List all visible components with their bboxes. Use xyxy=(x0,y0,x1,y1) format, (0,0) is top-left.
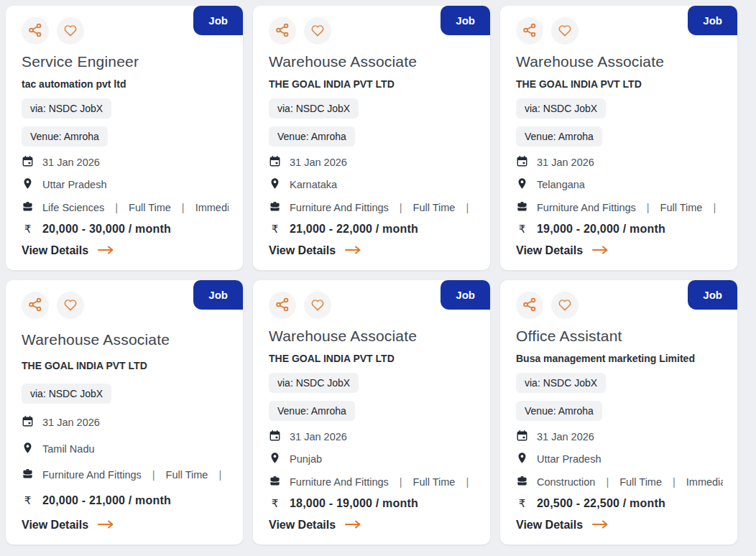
tag-availability: Immediate … xyxy=(686,476,723,488)
tag-type: Full Time xyxy=(166,469,208,481)
calendar-icon xyxy=(22,155,34,170)
salary-row: ₹20,000 - 30,000 / month xyxy=(22,223,171,236)
location-row: Punjab xyxy=(269,452,322,466)
via-chip: via: NSDC JobX xyxy=(22,384,111,404)
tags-row: Furniture And Fittings|Full Time|Im… xyxy=(22,468,229,482)
via-chip: via: NSDC JobX xyxy=(516,373,606,393)
job-type-badge: Job xyxy=(688,6,737,35)
view-details-label: View Details xyxy=(269,244,336,257)
separator: | xyxy=(150,469,157,481)
separator: | xyxy=(464,476,471,488)
via-chip: via: NSDC JobX xyxy=(269,373,359,393)
tag-category: Construction xyxy=(537,476,595,488)
heart-icon xyxy=(557,297,573,315)
job-card: Job Office Assistant Busa management mar… xyxy=(500,280,737,545)
view-details-link[interactable]: View Details xyxy=(516,519,609,532)
company-name: THE GOAL INDIA PVT LTD xyxy=(516,78,642,90)
heart-icon xyxy=(557,22,573,40)
date-text: 31 Jan 2026 xyxy=(537,431,594,443)
favorite-button[interactable] xyxy=(304,17,331,45)
rupee-symbol: ₹ xyxy=(516,497,528,510)
salary-text: 21,000 - 22,000 / month xyxy=(290,223,418,236)
salary-row: ₹20,500 - 22,500 / month xyxy=(516,497,665,510)
tags-row: Furniture And Fittings|Full Time|Im… xyxy=(516,200,723,215)
location-row: Uttar Pradesh xyxy=(22,177,106,192)
via-chip: via: NSDC JobX xyxy=(516,98,606,119)
view-details-link[interactable]: View Details xyxy=(269,519,361,532)
salary-text: 20,500 - 22,500 / month xyxy=(537,497,665,510)
job-type-badge: Job xyxy=(193,6,243,35)
rupee-symbol: ₹ xyxy=(516,223,528,236)
tag-category: Furniture And Fittings xyxy=(42,469,142,481)
job-card: Job Warehouse Associate THE GOAL INDIA P… xyxy=(500,6,737,270)
rupee-symbol: ₹ xyxy=(269,223,281,236)
separator: | xyxy=(604,476,611,488)
favorite-button[interactable] xyxy=(57,292,84,319)
favorite-button[interactable] xyxy=(551,17,578,45)
view-details-link[interactable]: View Details xyxy=(269,244,361,257)
separator: | xyxy=(180,202,187,213)
location-pin-icon xyxy=(269,177,281,192)
tags-row: Furniture And Fittings|Full Time|Im… xyxy=(269,200,476,215)
view-details-label: View Details xyxy=(22,244,88,257)
location-text: Telangana xyxy=(537,179,585,190)
location-row: Telangana xyxy=(516,177,585,192)
rupee-symbol: ₹ xyxy=(22,223,34,236)
view-details-label: View Details xyxy=(269,519,336,532)
share-icon xyxy=(522,297,538,315)
salary-text: 20,000 - 21,000 / month xyxy=(42,494,171,507)
share-icon xyxy=(522,22,538,40)
share-button[interactable] xyxy=(516,17,543,45)
favorite-button[interactable] xyxy=(304,292,331,319)
job-card: Job Warehouse Associate THE GOAL INDIA P… xyxy=(253,280,490,545)
share-icon xyxy=(27,22,43,40)
view-details-link[interactable]: View Details xyxy=(22,519,114,532)
tag-type: Full Time xyxy=(660,202,703,213)
separator: | xyxy=(464,202,471,213)
separator: | xyxy=(113,202,120,213)
view-details-link[interactable]: View Details xyxy=(516,244,609,257)
share-button[interactable] xyxy=(22,292,49,319)
arrow-right-icon xyxy=(344,244,361,257)
tags-row: Life Sciences|Full Time|Immediate… xyxy=(22,200,229,215)
tag-category: Furniture And Fittings xyxy=(290,476,389,488)
tag-category: Furniture And Fittings xyxy=(537,202,636,213)
favorite-button[interactable] xyxy=(57,17,84,45)
tag-type: Full Time xyxy=(413,202,456,213)
share-button[interactable] xyxy=(516,292,543,319)
location-pin-icon xyxy=(516,452,528,466)
tag-category: Life Sciences xyxy=(42,202,104,213)
venue-chip: Venue: Amroha xyxy=(516,126,602,147)
separator: | xyxy=(397,202,405,213)
date-text: 31 Jan 2026 xyxy=(290,157,347,168)
via-chip: via: NSDC JobX xyxy=(22,98,111,119)
tags-row: Construction|Full Time|Immediate … xyxy=(516,475,723,489)
job-title: Warehouse Associate xyxy=(269,328,417,345)
company-name: THE GOAL INDIA PVT LTD xyxy=(269,353,395,364)
favorite-button[interactable] xyxy=(551,292,578,319)
share-button[interactable] xyxy=(22,17,49,45)
venue-chip: Venue: Amroha xyxy=(22,126,108,147)
date-row: 31 Jan 2026 xyxy=(269,155,347,170)
venue-chip: Venue: Amroha xyxy=(269,126,355,147)
share-button[interactable] xyxy=(269,292,296,319)
tag-availability: Immediate… xyxy=(195,202,229,213)
rupee-symbol: ₹ xyxy=(22,494,34,507)
job-title: Warehouse Associate xyxy=(516,53,664,70)
salary-text: 19,000 - 20,000 / month xyxy=(537,223,665,236)
venue-chip: Venue: Amroha xyxy=(516,401,602,421)
date-text: 31 Jan 2026 xyxy=(537,157,594,168)
separator: | xyxy=(397,476,405,488)
share-button[interactable] xyxy=(269,17,296,45)
job-type-badge: Job xyxy=(441,280,490,310)
job-type-badge: Job xyxy=(688,280,737,310)
briefcase-icon xyxy=(269,475,281,489)
share-icon xyxy=(27,297,43,315)
view-details-link[interactable]: View Details xyxy=(22,244,114,257)
separator: | xyxy=(670,476,678,488)
date-row: 31 Jan 2026 xyxy=(516,430,594,444)
view-details-label: View Details xyxy=(516,519,583,532)
location-pin-icon xyxy=(22,442,34,456)
calendar-icon xyxy=(516,155,528,170)
calendar-icon xyxy=(22,415,34,430)
